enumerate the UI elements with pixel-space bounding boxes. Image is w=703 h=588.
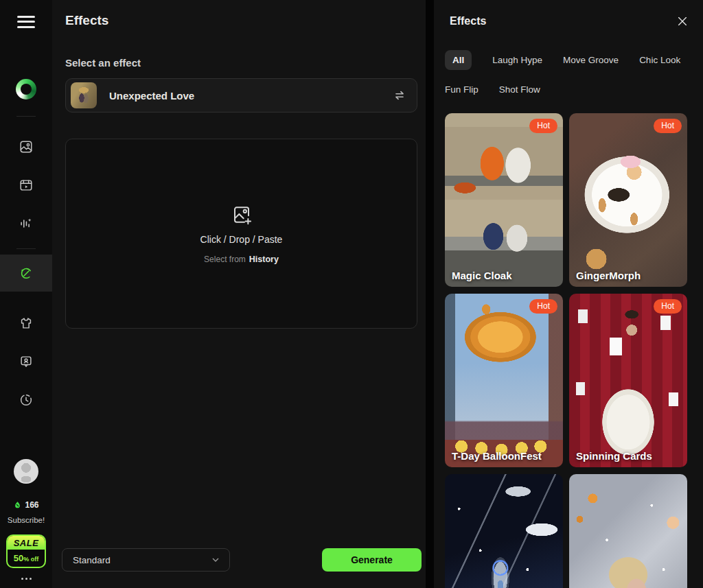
effects-panel-title: Effects bbox=[450, 15, 486, 27]
main-panel: Effects Select an effect Unexpected Love… bbox=[52, 0, 426, 588]
history-link[interactable]: History bbox=[249, 255, 279, 264]
subscribe-link[interactable]: Subscribe! bbox=[8, 516, 45, 524]
sale-discount: 50% off bbox=[8, 550, 45, 567]
sidebar-item-effects[interactable] bbox=[0, 255, 52, 292]
effects-panel-header: Effects bbox=[445, 14, 703, 28]
tab-all[interactable]: All bbox=[445, 50, 472, 70]
sale-badge[interactable]: SALE 50% off bbox=[6, 534, 46, 568]
hot-badge: Hot bbox=[529, 299, 557, 314]
close-icon[interactable] bbox=[676, 14, 689, 28]
sidebar-item-image[interactable] bbox=[18, 139, 34, 155]
sidebar-item-audio[interactable] bbox=[18, 215, 34, 232]
effects-filter-tabs: All Laugh Hype Move Groove Chic Look Fun… bbox=[445, 50, 687, 99]
effect-card-partial-1[interactable] bbox=[445, 474, 563, 588]
avatar-badge-icon bbox=[19, 354, 34, 369]
credits-value: 166 bbox=[25, 500, 38, 510]
history-clock-icon bbox=[19, 392, 34, 408]
video-icon bbox=[19, 178, 34, 193]
effects-wand-icon bbox=[19, 266, 34, 281]
sidebar-item-video[interactable] bbox=[18, 177, 34, 193]
effect-card-magic-cloak[interactable]: Hot Magic Cloak bbox=[445, 113, 563, 287]
tab-move-groove[interactable]: Move Groove bbox=[563, 51, 619, 69]
hot-badge: Hot bbox=[654, 299, 682, 314]
sidebar-item-outfit[interactable] bbox=[18, 315, 34, 331]
effect-card-partial-2[interactable] bbox=[569, 474, 687, 588]
quality-selector[interactable]: Standard bbox=[62, 548, 230, 572]
chevron-down-icon bbox=[210, 554, 221, 565]
credits-counter[interactable]: 166 bbox=[13, 500, 38, 510]
generate-button[interactable]: Generate bbox=[322, 548, 422, 572]
upload-dropzone[interactable]: Click / Drop / Paste Select fromHistory bbox=[65, 139, 417, 329]
dropzone-secondary-text: Select fromHistory bbox=[204, 255, 279, 264]
effect-card-label: GingerMorph bbox=[576, 270, 641, 281]
app-window: 166 Subscribe! SALE 50% off Effects Sele… bbox=[0, 0, 703, 588]
divider bbox=[16, 116, 36, 117]
effects-panel: Effects All Laugh Hype Move Groove Chic … bbox=[426, 0, 703, 588]
swap-icon[interactable] bbox=[392, 88, 407, 103]
image-plus-icon bbox=[231, 204, 253, 226]
effect-card-tday-balloonfest[interactable]: Hot T-Day BalloonFest bbox=[445, 294, 563, 467]
effects-grid: Hot Magic Cloak Hot GingerMorph Hot T-Da… bbox=[445, 113, 687, 588]
audio-sparkle-icon bbox=[19, 216, 34, 231]
hamburger-menu-icon[interactable] bbox=[17, 12, 35, 31]
sidebar-bottom: 166 Subscribe! SALE 50% off bbox=[6, 459, 46, 588]
select-effect-label: Select an effect bbox=[65, 57, 426, 69]
effect-card-gingermorph[interactable]: Hot GingerMorph bbox=[569, 113, 687, 287]
user-avatar[interactable] bbox=[14, 459, 38, 484]
tab-laugh-hype[interactable]: Laugh Hype bbox=[492, 51, 542, 69]
tab-chic-look[interactable]: Chic Look bbox=[639, 51, 680, 69]
sale-title: SALE bbox=[8, 536, 45, 550]
hot-badge: Hot bbox=[529, 119, 557, 133]
tab-fun-flip[interactable]: Fun Flip bbox=[445, 80, 479, 99]
effect-card-label: Magic Cloak bbox=[452, 270, 512, 281]
page-title: Effects bbox=[65, 13, 426, 28]
sidebar-item-history[interactable] bbox=[18, 392, 34, 408]
selected-effect-name: Unexpected Love bbox=[109, 90, 392, 102]
sidebar-item-character[interactable] bbox=[18, 353, 34, 370]
credit-drop-icon bbox=[13, 501, 22, 510]
more-options-icon[interactable] bbox=[21, 578, 32, 580]
effect-card-label: T-Day BalloonFest bbox=[452, 450, 542, 462]
divider bbox=[16, 248, 36, 249]
hot-badge: Hot bbox=[654, 119, 682, 133]
generation-bar: Standard Generate bbox=[62, 548, 422, 572]
quality-value: Standard bbox=[73, 555, 111, 565]
effect-card-label: Spinning Cards bbox=[576, 450, 652, 462]
selected-effect-thumbnail bbox=[71, 82, 97, 108]
effect-card-spinning-cards[interactable]: Hot Spinning Cards bbox=[569, 294, 687, 467]
tab-shot-flow[interactable]: Shot Flow bbox=[499, 80, 540, 99]
shirt-icon bbox=[19, 316, 34, 331]
logo-ring[interactable] bbox=[16, 79, 36, 99]
selected-effect-row[interactable]: Unexpected Love bbox=[65, 78, 417, 113]
sidebar: 166 Subscribe! SALE 50% off bbox=[0, 0, 52, 588]
image-icon bbox=[19, 139, 34, 154]
dropzone-primary-text: Click / Drop / Paste bbox=[200, 234, 283, 245]
